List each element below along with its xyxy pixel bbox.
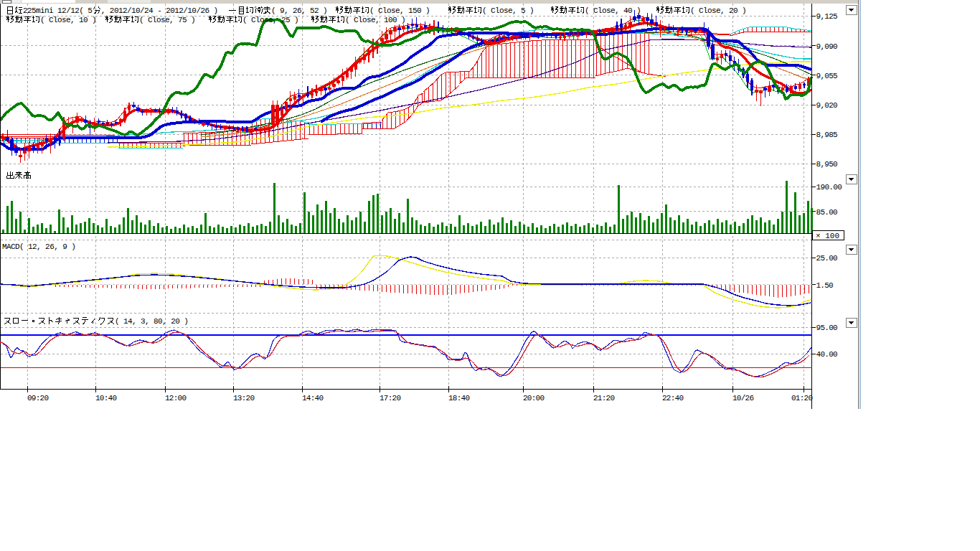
svg-text:8,950: 8,950	[816, 160, 838, 169]
svg-text:40.00: 40.00	[816, 350, 838, 359]
svg-text:( Close, 75 ): ( Close, 75 )	[139, 16, 196, 24]
svg-text:190.00: 190.00	[816, 183, 842, 192]
svg-text:9,125: 9,125	[816, 12, 838, 21]
svg-text:( Close, 25 ): ( Close, 25 )	[242, 16, 299, 24]
svg-text:12:00: 12:00	[165, 394, 187, 402]
svg-text:( Close, 20 ): ( Close, 20 )	[690, 6, 747, 15]
svg-text:( 9, 26, 52 ): ( 9, 26, 52 )	[271, 6, 328, 15]
svg-text:8,985: 8,985	[816, 131, 838, 139]
svg-text:× 100: × 100	[816, 232, 839, 240]
svg-text:10/26: 10/26	[732, 394, 754, 402]
svg-text:225mini 12/12( 5: 225mini 12/12( 5	[23, 6, 93, 15]
svg-text:9,090: 9,090	[816, 42, 838, 51]
svg-text:( Close, 10 ): ( Close, 10 )	[40, 16, 97, 24]
svg-text:13:20: 13:20	[233, 394, 255, 402]
svg-text:( Close, 5 ): ( Close, 5 )	[482, 6, 534, 15]
svg-text:MACD( 12, 26, 9 ): MACD( 12, 26, 9 )	[2, 242, 76, 251]
svg-text:( Close, 100 ): ( Close, 100 )	[345, 16, 406, 24]
svg-text:9,020: 9,020	[816, 101, 838, 110]
svg-text:14:40: 14:40	[302, 394, 324, 402]
svg-text:09:20: 09:20	[27, 394, 49, 402]
svg-text:1.50: 1.50	[816, 281, 834, 290]
svg-text:9,055: 9,055	[816, 72, 838, 80]
svg-text:21:20: 21:20	[593, 394, 615, 402]
svg-text:10:40: 10:40	[95, 394, 117, 402]
svg-text:85.00: 85.00	[816, 208, 838, 217]
svg-text:17:20: 17:20	[380, 394, 401, 402]
svg-text:01:20: 01:20	[791, 394, 813, 402]
svg-text:( Close, 40 ): ( Close, 40 )	[585, 6, 641, 15]
svg-text:( Close, 150 ): ( Close, 150 )	[369, 6, 430, 15]
svg-text:25.00: 25.00	[816, 254, 838, 263]
svg-text:18:40: 18:40	[448, 394, 470, 402]
svg-text:22:40: 22:40	[662, 394, 684, 402]
svg-text:20:00: 20:00	[523, 394, 545, 402]
svg-text:( 14, 3, 80, 20 ): ( 14, 3, 80, 20 )	[115, 317, 189, 326]
svg-text:95.00: 95.00	[816, 324, 838, 332]
svg-text:, 2012/10/24 - 2012/10/26 ): , 2012/10/24 - 2012/10/26 )	[101, 6, 218, 15]
